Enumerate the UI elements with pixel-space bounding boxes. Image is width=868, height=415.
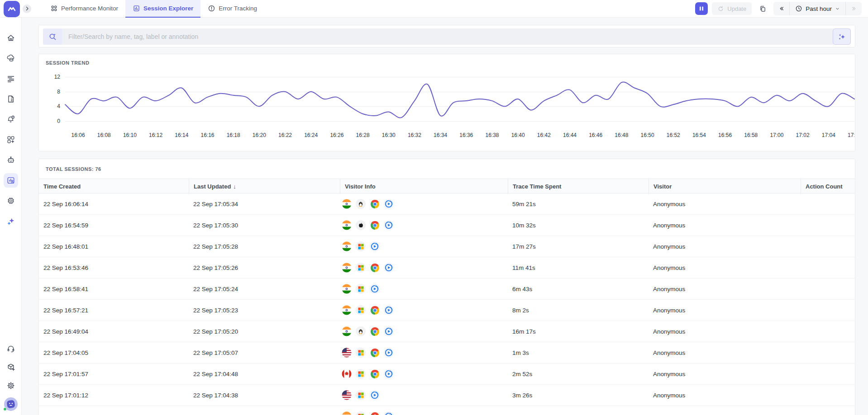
os-windows-icon	[356, 305, 366, 315]
sidebar-item-session-explorer[interactable]	[4, 173, 18, 188]
session-row[interactable]: 22 Sep 16:48:0122 Sep 17:05:2817m 27sAno…	[39, 236, 855, 257]
session-replay-icon[interactable]	[370, 284, 380, 294]
session-replay-icon[interactable]	[384, 369, 394, 379]
copy-button[interactable]	[756, 2, 769, 15]
sidebar-item-settings[interactable]	[4, 378, 18, 393]
sort-desc-icon: ↓	[233, 183, 236, 190]
tab-label: Performance Monitor	[61, 5, 118, 12]
session-row[interactable]: 22 Sep 16:06:1422 Sep 17:05:3459m 21sAno…	[39, 193, 855, 215]
middleware-logo[interactable]	[4, 1, 20, 17]
sparkles-icon	[837, 32, 846, 41]
sidebar-item-alerts[interactable]	[4, 112, 18, 127]
time-range-back-button[interactable]	[773, 2, 790, 15]
flag-india-icon	[342, 241, 352, 251]
table-body: 22 Sep 16:06:1422 Sep 17:05:3459m 21sAno…	[39, 193, 855, 415]
sidebar-item-ai-assist[interactable]	[4, 214, 18, 228]
tab-error-tracking[interactable]: Error Tracking	[200, 0, 264, 18]
visitor-cell: Anonymous	[649, 222, 801, 229]
browser-chrome-icon	[370, 369, 380, 379]
search-input[interactable]	[62, 28, 830, 45]
x-tick-label: 16:34	[434, 132, 447, 138]
tab-session-explorer[interactable]: Session Explorer	[125, 0, 200, 18]
trace-time-spent-cell: 8m 2s	[508, 307, 649, 314]
update-button[interactable]: Update	[712, 2, 752, 15]
pause-button[interactable]	[695, 2, 708, 15]
cloud-database-icon	[6, 54, 15, 63]
x-tick-label: 16:52	[667, 132, 680, 138]
flag-canada-icon	[342, 369, 352, 379]
grid-dots-icon	[50, 5, 58, 12]
refresh-icon	[717, 5, 724, 12]
session-replay-icon[interactable]	[370, 390, 380, 400]
session-replay-icon[interactable]	[384, 305, 394, 315]
column-label: Visitor Info	[345, 183, 376, 190]
session-trend-card: SESSION TREND 12840 16:0616:0816:1016:12…	[38, 54, 855, 151]
trace-time-spent-cell: 2m 52s	[508, 371, 649, 377]
last-updated-cell: 22 Sep 17:05:24	[189, 286, 340, 292]
browser-chrome-icon	[370, 326, 380, 336]
sidebar-item-bot-assistant[interactable]	[4, 153, 18, 167]
session-row[interactable]: 22 Sep 17:04:0522 Sep 17:05:071m 3sAnony…	[39, 342, 855, 363]
os-apple-icon	[356, 220, 366, 230]
sidebar-item-infrastructure[interactable]	[4, 51, 18, 66]
main-content: SESSION TREND 12840 16:0616:0816:1016:12…	[22, 18, 868, 415]
column-header-action-count[interactable]: Action Count	[801, 179, 855, 194]
visitor-info-cell	[340, 348, 508, 358]
sidebar-item-account[interactable]	[4, 397, 18, 411]
session-row[interactable]: 22 Sep 16:49:0422 Sep 17:05:2016m 17sAno…	[39, 321, 855, 342]
session-row[interactable]	[39, 406, 855, 415]
ai-sparkles-button[interactable]	[833, 28, 851, 45]
session-row[interactable]: 22 Sep 16:53:4622 Sep 17:05:2611m 41sAno…	[39, 257, 855, 278]
column-header-visitor-info[interactable]: Visitor Info	[340, 179, 508, 194]
time-created-cell: 22 Sep 16:57:21	[39, 307, 189, 314]
session-replay-icon[interactable]	[384, 348, 394, 358]
session-row[interactable]: 22 Sep 16:54:5922 Sep 17:05:3010m 32sAno…	[39, 215, 855, 236]
column-header-visitor[interactable]: Visitor	[649, 179, 801, 194]
x-tick-label: 17:02	[796, 132, 810, 138]
session-row[interactable]: 22 Sep 16:57:2122 Sep 17:05:238m 2sAnony…	[39, 300, 855, 321]
sidebar-item-integrations[interactable]	[4, 360, 18, 374]
visitor-cell: Anonymous	[649, 392, 801, 399]
last-updated-cell: 22 Sep 17:05:23	[189, 307, 340, 314]
chevrons-left-icon	[778, 5, 785, 12]
session-replay-icon[interactable]	[370, 241, 380, 251]
os-windows-icon	[356, 369, 366, 379]
visitor-cell: Anonymous	[649, 243, 801, 250]
trace-time-spent-cell: 6m 43s	[508, 286, 649, 292]
session-replay-icon[interactable]	[384, 263, 394, 273]
time-range-selector[interactable]: Past hour	[790, 2, 845, 15]
ai-sparkle-icon	[6, 217, 15, 226]
column-header-last-updated[interactable]: Last Updated↓	[189, 179, 340, 194]
box-add-icon	[6, 363, 15, 372]
x-tick-label: 16:36	[459, 132, 473, 138]
column-header-trace-time-spent[interactable]: Trace Time Spent	[508, 179, 649, 194]
tab-performance-monitor[interactable]: Performance Monitor	[43, 0, 125, 18]
session-row[interactable]: 22 Sep 17:01:5722 Sep 17:04:482m 52sAnon…	[39, 363, 855, 385]
browser-chrome-icon	[370, 220, 380, 230]
x-tick-label: 16:18	[227, 132, 240, 138]
chevrons-right-icon	[851, 5, 857, 12]
trace-time-spent-cell: 59m 21s	[508, 201, 649, 208]
session-replay-icon[interactable]	[384, 326, 394, 336]
session-row[interactable]: 22 Sep 17:01:1222 Sep 17:04:383m 26sAnon…	[39, 385, 855, 406]
last-updated-cell: 22 Sep 17:04:38	[189, 392, 340, 399]
x-tick-label: 16:14	[175, 132, 188, 138]
session-replay-icon[interactable]	[384, 411, 394, 415]
sidebar-item-home[interactable]	[4, 31, 18, 45]
logo-zigzag-icon	[7, 4, 17, 14]
session-row[interactable]: 22 Sep 16:58:4122 Sep 17:05:246m 43sAnon…	[39, 278, 855, 300]
sidebar-expand-button[interactable]	[23, 5, 31, 13]
session-replay-icon[interactable]	[384, 220, 394, 230]
sidebar-item-logs[interactable]	[4, 71, 18, 86]
column-header-time-created[interactable]: Time Created	[39, 179, 189, 194]
online-status-dot	[3, 407, 7, 411]
visitor-info-cell	[340, 241, 508, 251]
gear-icon	[6, 381, 15, 390]
sidebar-item-processes[interactable]	[4, 193, 18, 208]
session-replay-icon[interactable]	[384, 199, 394, 209]
sidebar-item-support[interactable]	[4, 341, 18, 356]
sidebar-item-dashboards[interactable]	[4, 132, 18, 147]
flag-india-icon	[342, 263, 352, 273]
sidebar-item-reports[interactable]	[4, 92, 18, 106]
time-range-forward-button[interactable]	[845, 2, 862, 15]
